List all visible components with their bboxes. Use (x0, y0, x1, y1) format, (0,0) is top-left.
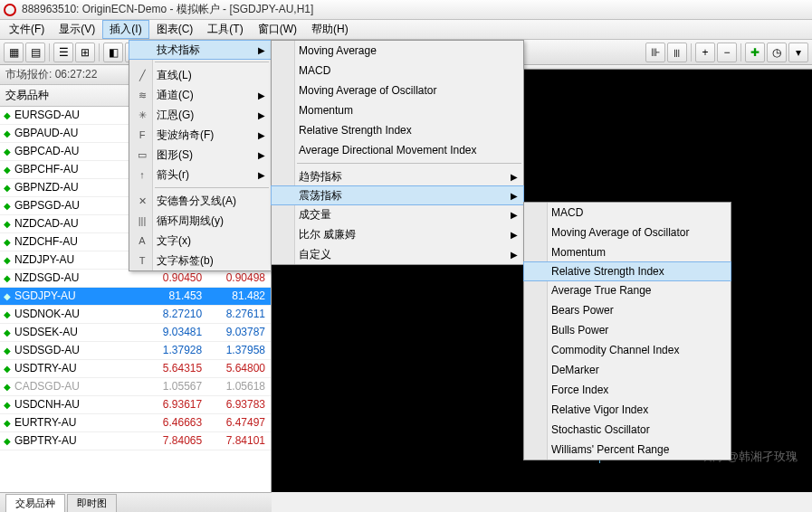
symbol-name: EURSGD-AU (14, 107, 80, 124)
menu-item[interactable]: ✳江恩(G)▶ (129, 105, 271, 125)
market-row[interactable]: ◆USDSGD-AU1.379281.37958 (0, 342, 271, 360)
menu-insert[interactable]: 插入(I) (102, 20, 148, 39)
menu-item[interactable]: Bears Power (524, 300, 731, 320)
submenu-arrow-icon: ▶ (511, 230, 518, 240)
menu-item[interactable]: Moving Average of Oscillator (524, 223, 731, 242)
menu-item[interactable]: Relative Strength Index (272, 120, 523, 140)
menu-chart[interactable]: 图表(C) (149, 20, 201, 39)
direction-icon: ◆ (4, 143, 11, 160)
menu-item[interactable]: Momentum (272, 100, 523, 120)
menu-icon: ╱ (135, 70, 149, 81)
menu-item[interactable]: DeMarker (524, 360, 731, 380)
tb-market[interactable]: ⊞ (75, 43, 95, 62)
menu-item[interactable]: Relative Vigor Index (524, 400, 731, 420)
symbol-name: GBPCAD-AU (14, 143, 79, 160)
menu-view[interactable]: 显示(V) (52, 20, 102, 39)
tb-profiles[interactable]: ☰ (53, 43, 73, 62)
menu-icon: ✕ (135, 195, 149, 207)
menu-label: 比尔 威廉姆 (299, 227, 356, 242)
menu-tools[interactable]: 工具(T) (200, 20, 250, 39)
menu-label: 江恩(G) (157, 108, 194, 123)
menu-item[interactable]: 趋势指标▶ (272, 166, 523, 186)
market-row[interactable]: ◆USDSEK-AU9.034819.03787 (0, 324, 271, 342)
menu-item[interactable]: Average Directional Movement Index (272, 140, 523, 160)
menu-item[interactable]: Relative Strength Index (523, 261, 731, 281)
ask-price: 7.84101 (207, 432, 271, 450)
submenu-arrow-icon: ▶ (511, 250, 518, 260)
menu-item[interactable]: 成交量▶ (272, 204, 523, 224)
menu-label: Stochastic Oscillator (551, 423, 650, 436)
menu-item[interactable]: ✕安德鲁分叉线(A) (129, 191, 271, 211)
menu-item[interactable]: 比尔 威廉姆▶ (272, 224, 523, 244)
ask-price: 0.90498 (207, 270, 271, 287)
market-row[interactable]: ◆EURTRY-AU6.466636.47497 (0, 414, 271, 432)
symbol-name: GBPCHF-AU (14, 161, 79, 178)
menu-item[interactable]: T文字标签(b) (129, 251, 271, 270)
symbol-name: NZDCAD-AU (14, 215, 79, 232)
menu-item[interactable]: MACD (272, 61, 523, 81)
market-row[interactable]: ◆USDNOK-AU8.272108.27611 (0, 306, 271, 324)
menu-label: 技术指标 (157, 43, 200, 58)
menu-label: 箭头(r) (157, 167, 189, 183)
menu-label: Moving Average (299, 44, 377, 57)
market-row[interactable]: ◆USDTRY-AU5.643155.64800 (0, 360, 271, 378)
menu-file[interactable]: 文件(F) (2, 20, 52, 39)
menu-item[interactable]: Force Index (524, 380, 731, 400)
menu-icon: ↑ (135, 169, 149, 180)
menu-label: 直线(L) (157, 68, 192, 83)
tb-period[interactable]: ◷ (767, 43, 787, 62)
menu-item[interactable]: Moving Average (272, 41, 523, 61)
tb-new[interactable]: ▦ (4, 43, 24, 62)
market-row[interactable]: ◆NZDSGD-AU0.904500.90498 (0, 270, 271, 288)
tb-bar[interactable]: ⫼ (667, 43, 687, 62)
col-symbol[interactable]: 交易品种 (0, 85, 144, 106)
menu-item[interactable]: Bulls Power (524, 320, 731, 340)
menu-label: 震荡指标 (299, 188, 342, 204)
tb-template[interactable]: ▾ (788, 43, 808, 62)
dropdown-insert: 技术指标▶╱直线(L)≋通道(C)▶✳江恩(G)▶F斐波纳奇(F)▶▭图形(S)… (129, 40, 272, 271)
menu-help[interactable]: 帮助(H) (304, 20, 356, 39)
market-row[interactable]: ◆GBPTRY-AU7.840657.84101 (0, 432, 271, 450)
menu-item[interactable]: 技术指标▶ (129, 40, 272, 60)
direction-icon: ◆ (4, 125, 11, 142)
symbol-name: NZDCHF-AU (14, 233, 78, 251)
menu-window[interactable]: 窗口(W) (251, 20, 304, 39)
tb-zoom-out[interactable]: − (717, 43, 737, 62)
submenu-arrow-icon: ▶ (258, 150, 265, 160)
symbol-name: CADSGD-AU (14, 378, 80, 395)
menu-item[interactable]: ↑箭头(r)▶ (129, 165, 271, 185)
menu-item[interactable]: 震荡指标▶ (271, 185, 524, 205)
menu-item[interactable]: ▭图形(S)▶ (129, 145, 271, 165)
tb-nav[interactable]: ◧ (103, 43, 123, 62)
direction-icon: ◆ (4, 215, 11, 232)
bid-price: 7.84065 (144, 432, 207, 450)
tb-open[interactable]: ▤ (25, 43, 45, 62)
menu-item[interactable]: MACD (524, 203, 731, 223)
tb-zoom-in[interactable]: + (695, 43, 715, 62)
menu-item[interactable]: Commodity Channel Index (524, 340, 731, 360)
menu-item[interactable]: A文字(x) (129, 231, 271, 251)
menu-item[interactable]: Average True Range (524, 280, 731, 300)
market-row[interactable]: ◆CADSGD-AU1.055671.05618 (0, 378, 271, 396)
tab-symbols[interactable]: 交易品种 (5, 494, 65, 512)
tb-candle[interactable]: ⊪ (645, 43, 665, 62)
menu-item[interactable]: ≋通道(C)▶ (129, 85, 271, 105)
submenu-arrow-icon: ▶ (258, 130, 265, 140)
menu-item[interactable]: Williams' Percent Range (524, 440, 731, 460)
market-row[interactable]: ◆SGDJPY-AU81.45381.482 (0, 288, 271, 306)
tb-indicators[interactable]: ✚ (745, 43, 765, 62)
menu-item[interactable]: F斐波纳奇(F)▶ (129, 125, 271, 145)
menu-label: Momentum (299, 104, 353, 117)
menu-item[interactable]: |||循环周期线(y) (129, 211, 271, 231)
menu-label: Momentum (551, 246, 606, 259)
menu-item[interactable]: 自定义▶ (272, 244, 523, 264)
menu-item[interactable]: Stochastic Oscillator (524, 420, 731, 440)
menu-item[interactable]: ╱直线(L) (129, 65, 271, 85)
symbol-name: NZDSGD-AU (14, 270, 79, 287)
menu-icon: ≋ (135, 90, 149, 101)
menu-item[interactable]: Moving Average of Oscillator (272, 81, 523, 100)
market-row[interactable]: ◆USDCNH-AU6.936176.93783 (0, 396, 271, 414)
tab-tick-chart[interactable]: 即时图 (67, 494, 117, 512)
submenu-arrow-icon: ▶ (511, 210, 518, 220)
menu-item[interactable]: Momentum (524, 242, 731, 262)
